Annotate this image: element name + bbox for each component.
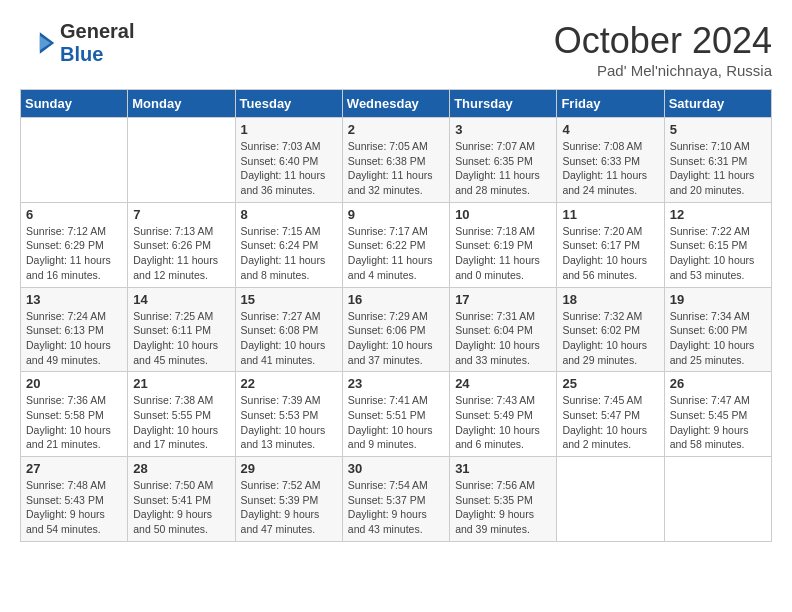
day-info: Sunrise: 7:13 AM Sunset: 6:26 PM Dayligh… xyxy=(133,224,229,283)
header-cell-sunday: Sunday xyxy=(21,90,128,118)
day-info: Sunrise: 7:38 AM Sunset: 5:55 PM Dayligh… xyxy=(133,393,229,452)
day-cell: 2Sunrise: 7:05 AM Sunset: 6:38 PM Daylig… xyxy=(342,118,449,203)
day-cell: 28Sunrise: 7:50 AM Sunset: 5:41 PM Dayli… xyxy=(128,457,235,542)
day-cell: 27Sunrise: 7:48 AM Sunset: 5:43 PM Dayli… xyxy=(21,457,128,542)
day-number: 28 xyxy=(133,461,229,476)
day-info: Sunrise: 7:48 AM Sunset: 5:43 PM Dayligh… xyxy=(26,478,122,537)
day-info: Sunrise: 7:18 AM Sunset: 6:19 PM Dayligh… xyxy=(455,224,551,283)
day-number: 4 xyxy=(562,122,658,137)
week-row-3: 20Sunrise: 7:36 AM Sunset: 5:58 PM Dayli… xyxy=(21,372,772,457)
day-info: Sunrise: 7:43 AM Sunset: 5:49 PM Dayligh… xyxy=(455,393,551,452)
week-row-2: 13Sunrise: 7:24 AM Sunset: 6:13 PM Dayli… xyxy=(21,287,772,372)
day-number: 3 xyxy=(455,122,551,137)
day-cell: 24Sunrise: 7:43 AM Sunset: 5:49 PM Dayli… xyxy=(450,372,557,457)
day-number: 25 xyxy=(562,376,658,391)
day-cell: 21Sunrise: 7:38 AM Sunset: 5:55 PM Dayli… xyxy=(128,372,235,457)
day-info: Sunrise: 7:36 AM Sunset: 5:58 PM Dayligh… xyxy=(26,393,122,452)
day-number: 6 xyxy=(26,207,122,222)
day-info: Sunrise: 7:54 AM Sunset: 5:37 PM Dayligh… xyxy=(348,478,444,537)
day-cell xyxy=(128,118,235,203)
day-cell: 9Sunrise: 7:17 AM Sunset: 6:22 PM Daylig… xyxy=(342,202,449,287)
day-info: Sunrise: 7:15 AM Sunset: 6:24 PM Dayligh… xyxy=(241,224,337,283)
day-number: 29 xyxy=(241,461,337,476)
day-number: 11 xyxy=(562,207,658,222)
day-cell: 30Sunrise: 7:54 AM Sunset: 5:37 PM Dayli… xyxy=(342,457,449,542)
day-info: Sunrise: 7:56 AM Sunset: 5:35 PM Dayligh… xyxy=(455,478,551,537)
calendar-table: SundayMondayTuesdayWednesdayThursdayFrid… xyxy=(20,89,772,542)
calendar-body: 1Sunrise: 7:03 AM Sunset: 6:40 PM Daylig… xyxy=(21,118,772,542)
day-info: Sunrise: 7:22 AM Sunset: 6:15 PM Dayligh… xyxy=(670,224,766,283)
calendar-header: SundayMondayTuesdayWednesdayThursdayFrid… xyxy=(21,90,772,118)
header-cell-saturday: Saturday xyxy=(664,90,771,118)
day-cell: 15Sunrise: 7:27 AM Sunset: 6:08 PM Dayli… xyxy=(235,287,342,372)
day-cell: 26Sunrise: 7:47 AM Sunset: 5:45 PM Dayli… xyxy=(664,372,771,457)
header-cell-tuesday: Tuesday xyxy=(235,90,342,118)
day-info: Sunrise: 7:05 AM Sunset: 6:38 PM Dayligh… xyxy=(348,139,444,198)
day-cell: 14Sunrise: 7:25 AM Sunset: 6:11 PM Dayli… xyxy=(128,287,235,372)
header-cell-monday: Monday xyxy=(128,90,235,118)
day-number: 26 xyxy=(670,376,766,391)
day-cell: 5Sunrise: 7:10 AM Sunset: 6:31 PM Daylig… xyxy=(664,118,771,203)
day-cell: 7Sunrise: 7:13 AM Sunset: 6:26 PM Daylig… xyxy=(128,202,235,287)
logo: General Blue xyxy=(20,20,134,66)
day-cell: 19Sunrise: 7:34 AM Sunset: 6:00 PM Dayli… xyxy=(664,287,771,372)
day-cell: 4Sunrise: 7:08 AM Sunset: 6:33 PM Daylig… xyxy=(557,118,664,203)
day-number: 15 xyxy=(241,292,337,307)
day-number: 27 xyxy=(26,461,122,476)
day-cell: 29Sunrise: 7:52 AM Sunset: 5:39 PM Dayli… xyxy=(235,457,342,542)
day-info: Sunrise: 7:03 AM Sunset: 6:40 PM Dayligh… xyxy=(241,139,337,198)
day-number: 24 xyxy=(455,376,551,391)
day-info: Sunrise: 7:45 AM Sunset: 5:47 PM Dayligh… xyxy=(562,393,658,452)
day-number: 14 xyxy=(133,292,229,307)
header-cell-friday: Friday xyxy=(557,90,664,118)
day-number: 20 xyxy=(26,376,122,391)
day-cell: 16Sunrise: 7:29 AM Sunset: 6:06 PM Dayli… xyxy=(342,287,449,372)
day-cell: 12Sunrise: 7:22 AM Sunset: 6:15 PM Dayli… xyxy=(664,202,771,287)
header-cell-thursday: Thursday xyxy=(450,90,557,118)
day-info: Sunrise: 7:47 AM Sunset: 5:45 PM Dayligh… xyxy=(670,393,766,452)
day-cell: 18Sunrise: 7:32 AM Sunset: 6:02 PM Dayli… xyxy=(557,287,664,372)
title-block: October 2024 Pad' Mel'nichnaya, Russia xyxy=(554,20,772,79)
day-cell: 22Sunrise: 7:39 AM Sunset: 5:53 PM Dayli… xyxy=(235,372,342,457)
day-number: 22 xyxy=(241,376,337,391)
header-cell-wednesday: Wednesday xyxy=(342,90,449,118)
logo-text: General Blue xyxy=(60,20,134,66)
day-cell: 23Sunrise: 7:41 AM Sunset: 5:51 PM Dayli… xyxy=(342,372,449,457)
day-cell: 3Sunrise: 7:07 AM Sunset: 6:35 PM Daylig… xyxy=(450,118,557,203)
day-number: 13 xyxy=(26,292,122,307)
day-number: 1 xyxy=(241,122,337,137)
location-subtitle: Pad' Mel'nichnaya, Russia xyxy=(554,62,772,79)
day-info: Sunrise: 7:29 AM Sunset: 6:06 PM Dayligh… xyxy=(348,309,444,368)
day-number: 10 xyxy=(455,207,551,222)
day-info: Sunrise: 7:31 AM Sunset: 6:04 PM Dayligh… xyxy=(455,309,551,368)
week-row-1: 6Sunrise: 7:12 AM Sunset: 6:29 PM Daylig… xyxy=(21,202,772,287)
week-row-0: 1Sunrise: 7:03 AM Sunset: 6:40 PM Daylig… xyxy=(21,118,772,203)
day-cell: 10Sunrise: 7:18 AM Sunset: 6:19 PM Dayli… xyxy=(450,202,557,287)
day-cell xyxy=(21,118,128,203)
day-cell: 31Sunrise: 7:56 AM Sunset: 5:35 PM Dayli… xyxy=(450,457,557,542)
day-cell: 13Sunrise: 7:24 AM Sunset: 6:13 PM Dayli… xyxy=(21,287,128,372)
day-info: Sunrise: 7:10 AM Sunset: 6:31 PM Dayligh… xyxy=(670,139,766,198)
day-cell: 20Sunrise: 7:36 AM Sunset: 5:58 PM Dayli… xyxy=(21,372,128,457)
day-cell: 1Sunrise: 7:03 AM Sunset: 6:40 PM Daylig… xyxy=(235,118,342,203)
day-number: 17 xyxy=(455,292,551,307)
day-info: Sunrise: 7:34 AM Sunset: 6:00 PM Dayligh… xyxy=(670,309,766,368)
day-info: Sunrise: 7:32 AM Sunset: 6:02 PM Dayligh… xyxy=(562,309,658,368)
logo-icon xyxy=(20,25,56,61)
day-number: 18 xyxy=(562,292,658,307)
day-info: Sunrise: 7:17 AM Sunset: 6:22 PM Dayligh… xyxy=(348,224,444,283)
day-number: 16 xyxy=(348,292,444,307)
day-number: 8 xyxy=(241,207,337,222)
day-number: 31 xyxy=(455,461,551,476)
day-number: 19 xyxy=(670,292,766,307)
month-title: October 2024 xyxy=(554,20,772,62)
day-info: Sunrise: 7:27 AM Sunset: 6:08 PM Dayligh… xyxy=(241,309,337,368)
day-info: Sunrise: 7:20 AM Sunset: 6:17 PM Dayligh… xyxy=(562,224,658,283)
week-row-4: 27Sunrise: 7:48 AM Sunset: 5:43 PM Dayli… xyxy=(21,457,772,542)
day-info: Sunrise: 7:52 AM Sunset: 5:39 PM Dayligh… xyxy=(241,478,337,537)
page-header: General Blue October 2024 Pad' Mel'nichn… xyxy=(20,20,772,79)
day-info: Sunrise: 7:41 AM Sunset: 5:51 PM Dayligh… xyxy=(348,393,444,452)
day-info: Sunrise: 7:12 AM Sunset: 6:29 PM Dayligh… xyxy=(26,224,122,283)
day-cell xyxy=(557,457,664,542)
day-cell xyxy=(664,457,771,542)
